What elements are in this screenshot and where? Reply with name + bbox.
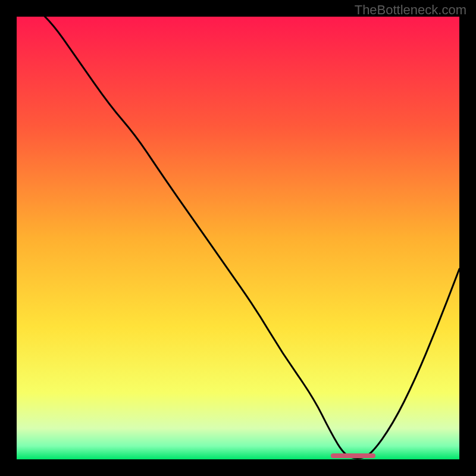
chart-curve [17,17,459,459]
watermark-text: TheBottleneck.com [355,2,466,18]
optimal-range-marker [331,453,375,458]
chart-plot-area [17,17,459,459]
